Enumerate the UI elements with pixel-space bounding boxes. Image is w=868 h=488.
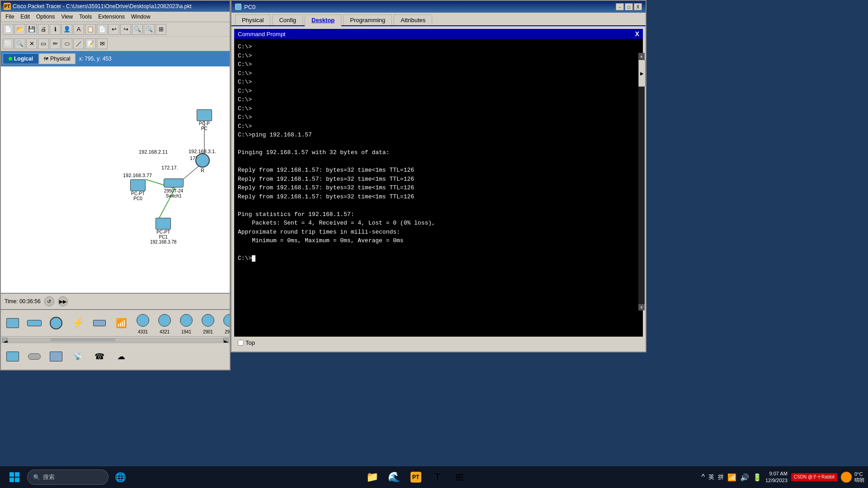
scroll-right-btn[interactable]: ▶	[223, 338, 229, 342]
cmd-scrollbar[interactable]: ▲ ▼	[638, 53, 645, 310]
tray-chevron[interactable]: ^	[701, 473, 705, 481]
taskbar-search-bar[interactable]: 🔍 搜索	[27, 469, 108, 485]
palette-phone[interactable]: ☎	[90, 347, 109, 366]
draw-btn[interactable]: ✏	[50, 38, 61, 49]
scroll-left-btn[interactable]: ◀	[2, 338, 7, 342]
zoom-fit-btn[interactable]: ⊞	[156, 24, 166, 35]
print-btn[interactable]: 🖨	[38, 24, 49, 35]
menu-view[interactable]: View	[58, 13, 75, 21]
tab-config[interactable]: Config	[272, 14, 303, 25]
palette-routers[interactable]	[46, 314, 66, 332]
switch1-node[interactable]: 2950T-24 Switch1	[164, 178, 184, 198]
open-btn[interactable]: 📂	[14, 24, 25, 35]
palette-module[interactable]	[46, 347, 66, 366]
cmd-output[interactable]: C:\> C:\> C:\> C:\> C:\> C:\> C:\> C:\> …	[234, 39, 643, 337]
cmd-top-checkbox-area[interactable]: Top	[238, 339, 255, 346]
font-btn[interactable]: A	[73, 24, 84, 35]
tab-physical[interactable]: Physical	[235, 14, 270, 25]
physical-label: Physical	[50, 56, 71, 62]
tray-lang-en[interactable]: 英	[708, 473, 714, 481]
palette-4331[interactable]: 4331	[133, 311, 153, 335]
palette-hubs[interactable]	[90, 314, 109, 332]
palette-end-devices[interactable]	[3, 314, 23, 332]
palette-1941[interactable]: 1941	[176, 311, 196, 335]
taskbar-grid-app[interactable]: ⊞	[449, 467, 469, 487]
oval-btn[interactable]: ⬭	[61, 38, 72, 49]
zoom-out-btn[interactable]: 🔍	[144, 24, 155, 35]
remote-pc-name: PC	[201, 126, 208, 131]
menu-file[interactable]: File	[3, 13, 17, 21]
taskbar-typora[interactable]: T	[428, 467, 448, 487]
tab-programming[interactable]: Programming	[343, 14, 392, 25]
tray-wifi[interactable]: 📶	[727, 473, 736, 482]
redo-btn[interactable]: ↪	[120, 24, 131, 35]
undo-btn[interactable]: ↩	[108, 24, 119, 35]
scroll-down-arrow[interactable]: ▼	[638, 304, 645, 310]
router-node[interactable]: R	[195, 153, 210, 173]
menu-edit[interactable]: Edit	[18, 13, 33, 21]
info-btn[interactable]: ℹ	[50, 24, 61, 35]
play-btn[interactable]: ▶▶	[58, 296, 68, 306]
tray-battery[interactable]: 🔋	[753, 473, 762, 482]
cmd-close-btn[interactable]: X	[635, 30, 639, 38]
palette-wireless-bottom[interactable]: 📡	[68, 347, 88, 366]
note-btn[interactable]: 📝	[85, 38, 96, 49]
scroll-up-arrow[interactable]: ▲	[638, 53, 645, 59]
menu-options[interactable]: Options	[33, 13, 57, 21]
palette-lightning[interactable]: ⚡	[68, 314, 88, 332]
palette-2901[interactable]: 2901	[198, 311, 218, 335]
reset-time-btn[interactable]: ↺	[44, 296, 54, 306]
cmd-title: Command Prompt	[238, 31, 285, 38]
copy2-btn[interactable]: 📋	[85, 24, 96, 35]
pc0-title-left: PC0	[235, 4, 255, 10]
delete-btn[interactable]: ✕	[26, 38, 37, 49]
taskbar-edge[interactable]: 🌊	[384, 467, 404, 487]
tab-attributes[interactable]: Attributes	[394, 14, 432, 25]
copy3-btn[interactable]: 📄	[97, 24, 108, 35]
top-checkbox[interactable]	[238, 340, 244, 346]
pc0-node[interactable]: PC-PT PC0	[130, 179, 146, 201]
tray-volume[interactable]: 🔊	[740, 473, 749, 482]
pc0-close-btn[interactable]: X	[634, 3, 642, 10]
right-edge-expand-btn[interactable]: ▶	[638, 60, 646, 87]
network-canvas[interactable]: 192.168.2.11 192.168.3.1. 172.1 172.17. …	[1, 66, 230, 293]
palette-2911[interactable]: 2911	[220, 311, 230, 335]
cisco-hscrollbar[interactable]: ◀ ▶	[1, 336, 230, 343]
zoom-in-btn[interactable]: 🔍	[132, 24, 143, 35]
mail-btn[interactable]: ✉	[97, 38, 108, 49]
system-clock[interactable]: 9:07 AM 12/9/2023	[765, 470, 788, 484]
menu-tools[interactable]: Tools	[76, 13, 94, 21]
scroll-track[interactable]	[7, 338, 223, 342]
search-tool-btn[interactable]: 🔍	[14, 38, 25, 49]
palette-pc-bottom[interactable]	[3, 347, 23, 366]
taskbar-file-explorer[interactable]: 📁	[363, 467, 382, 487]
palette-cloud[interactable]: ☁	[111, 347, 131, 366]
start-button[interactable]	[4, 466, 25, 488]
tab-desktop[interactable]: Desktop	[305, 14, 341, 26]
select-btn[interactable]: ⬜	[3, 38, 14, 49]
menu-extensions[interactable]: Extensions	[95, 13, 127, 21]
tray-lang-cn[interactable]: 拼	[718, 473, 724, 481]
logical-view-btn[interactable]: Logical	[3, 53, 39, 64]
scroll-track[interactable]	[638, 59, 645, 304]
rect-btn[interactable]: ▭	[38, 38, 49, 49]
palette-4321[interactable]: 4321	[155, 311, 175, 335]
palette-wireless[interactable]: 📶	[111, 314, 131, 332]
palette-cable[interactable]	[24, 347, 44, 366]
menu-window[interactable]: Window	[128, 13, 153, 21]
user-btn[interactable]: 👤	[61, 24, 72, 35]
cisco-window-title: Cisco Packet Tracer - C:\Users\35911\One…	[13, 3, 192, 9]
line-btn[interactable]: ／	[73, 38, 84, 49]
remote-pc-node[interactable]: PC-P PC	[197, 109, 212, 131]
weather-widget[interactable]: 0°C 晴朗	[841, 471, 864, 483]
pc0-minimize-btn[interactable]: -	[616, 3, 624, 10]
new-btn[interactable]: 📄	[3, 24, 14, 35]
palette-2911-label: 2911	[225, 329, 230, 334]
pc0-maximize-btn[interactable]: □	[625, 3, 633, 10]
physical-view-btn[interactable]: 🗺 Physical	[39, 53, 75, 64]
pc1-node[interactable]: PC-PT PC1 192.168.3.78	[150, 218, 176, 244]
taskbar-cisco-pt[interactable]: PT	[406, 467, 426, 487]
save-btn[interactable]: 💾	[26, 24, 37, 35]
palette-switches[interactable]	[24, 314, 44, 332]
task-view-btn[interactable]: 🌐	[110, 467, 130, 487]
